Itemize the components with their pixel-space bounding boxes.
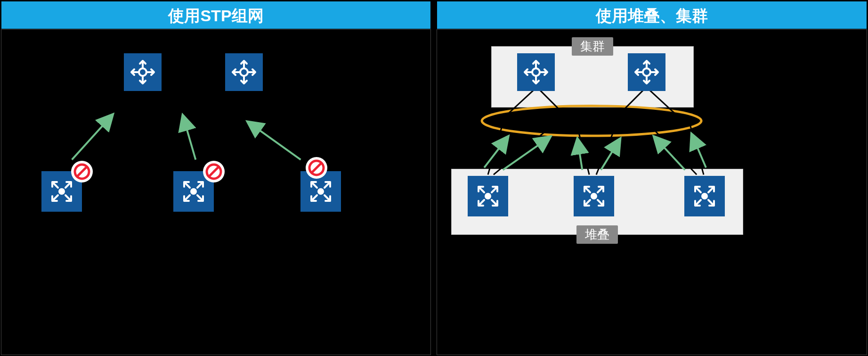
svg-line-37 [692,135,706,167]
svg-line-18 [209,167,219,176]
svg-point-42 [702,194,707,199]
svg-line-8 [183,116,196,159]
svg-point-11 [240,68,248,76]
svg-line-30 [652,128,697,174]
svg-line-6 [244,91,319,170]
svg-line-3 [151,91,310,168]
panel-stp: 使用STP组网 [0,0,432,356]
blocked-port-icon [203,161,225,182]
panel-stp-body [1,29,431,355]
svg-point-10 [139,68,146,76]
panel-stack-body: 集群 堆叠 [437,29,867,355]
svg-point-40 [486,194,490,199]
svg-line-34 [577,140,582,170]
svg-line-36 [655,137,685,170]
svg-line-20 [312,163,321,173]
panel-stack-title: 使用堆叠、集群 [437,1,867,29]
svg-line-26 [488,123,503,174]
cluster-label: 集群 [572,37,613,56]
svg-point-14 [318,189,323,194]
svg-line-4 [72,91,235,168]
svg-point-13 [191,189,196,194]
svg-point-21 [482,106,701,136]
stack-label: 堆叠 [576,225,618,244]
svg-line-29 [596,128,615,174]
svg-line-31 [690,123,704,174]
svg-line-33 [503,137,550,170]
svg-line-7 [72,115,112,159]
svg-line-9 [248,122,300,159]
svg-point-12 [59,189,64,194]
blocked-port-icon [306,157,327,179]
svg-line-2 [146,91,191,170]
router-icon [225,53,263,91]
router-icon [517,53,555,91]
svg-line-27 [494,128,550,174]
svg-line-28 [577,128,589,174]
blocked-port-icon [71,161,93,182]
router-icon [124,53,162,91]
panel-stp-title: 使用STP组网 [1,1,431,29]
svg-line-5 [201,91,240,170]
svg-point-38 [532,68,540,76]
svg-line-1 [61,91,142,170]
svg-line-35 [601,140,620,170]
switch-icon [468,176,508,216]
svg-point-41 [592,194,596,199]
svg-point-39 [643,68,650,76]
panel-stack-cluster: 使用堆叠、集群 集群 堆叠 [436,0,868,356]
switch-icon [684,176,725,216]
switch-icon [574,176,614,216]
svg-line-32 [484,137,508,167]
router-icon [628,53,665,91]
svg-line-16 [77,167,87,176]
